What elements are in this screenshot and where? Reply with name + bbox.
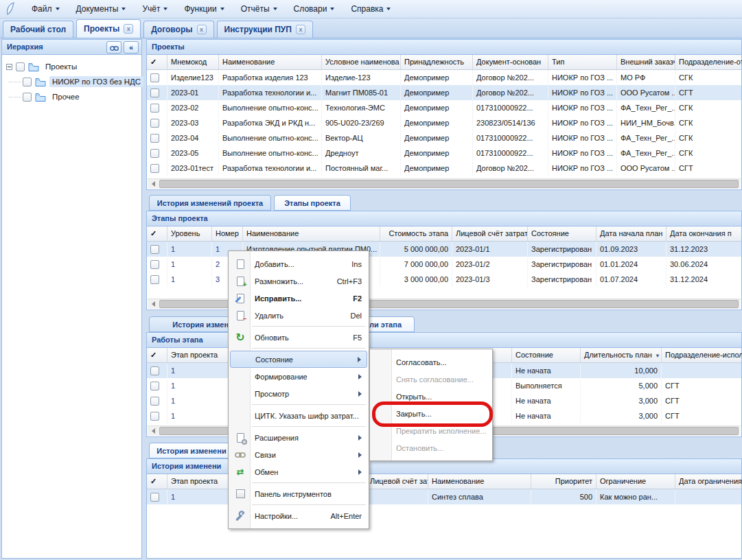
column-header[interactable]: Приоритет (531, 474, 596, 489)
scroll-left-icon[interactable] (148, 426, 159, 436)
tab-История изменени[interactable]: История изменени (149, 443, 234, 458)
row-checkbox[interactable] (150, 134, 159, 143)
column-header[interactable]: Номер (212, 226, 243, 241)
table-row[interactable]: 2023-04Выполнение опытно-конс...Вектор-А… (147, 130, 741, 145)
menu-item[interactable]: Настройки...Alt+Enter (230, 507, 367, 524)
menu-item[interactable]: Панель инструментов (230, 485, 367, 502)
row-checkbox[interactable] (150, 73, 159, 82)
tree-node[interactable]: НИОКР по ГОЗ без НДС (3, 74, 140, 89)
menubar-item[interactable]: Учёт (134, 2, 176, 16)
row-checkbox[interactable] (150, 260, 159, 269)
tab-Этапы проекта[interactable]: Этапы проекта (274, 195, 351, 211)
tab-Рабочий стол[interactable]: Рабочий стол (3, 21, 73, 38)
column-header[interactable]: Подразделение-от (675, 55, 742, 69)
search-icon[interactable] (106, 41, 121, 54)
close-icon[interactable]: x (197, 25, 207, 34)
tree-checkbox[interactable] (23, 93, 32, 102)
menu-item[interactable]: Согласовать... (371, 353, 491, 371)
menu-item[interactable]: Исправить...F2 (230, 290, 367, 307)
column-header[interactable]: Состояние (512, 348, 581, 362)
menu-item[interactable]: ЦИТК. Указать шифр затрат... (230, 407, 367, 424)
row-checkbox[interactable] (150, 119, 159, 128)
tree-node[interactable]: Прочее (3, 89, 140, 104)
scroll-thumb[interactable] (159, 180, 739, 188)
column-header[interactable]: Принадлежность (401, 55, 473, 69)
scroll-left-icon[interactable] (148, 299, 159, 309)
table-row[interactable]: 2023-02Выполнение опытно-конс...Технолог… (147, 100, 741, 115)
column-header[interactable]: Уровень (167, 226, 212, 241)
column-header[interactable]: Дата окончания п (666, 226, 742, 241)
row-checkbox[interactable] (150, 275, 159, 284)
row-checkbox[interactable] (150, 382, 159, 390)
tab-Инструкции ПУП[interactable]: Инструкции ПУПx (217, 21, 313, 38)
column-header[interactable]: Документ-основан (473, 55, 548, 69)
table-row[interactable]: Изделие123Разработка изделия 123Изделие-… (147, 70, 741, 85)
column-header[interactable]: Наименование (219, 55, 322, 69)
column-header[interactable]: Внешний заказчик (617, 55, 675, 69)
column-header[interactable]: Длительность план▼ (581, 348, 662, 362)
column-header[interactable]: Дата начала план (596, 226, 666, 241)
table-row[interactable]: 2023-03Разработка ЭКД и РКД н...905-U020… (147, 115, 741, 130)
menu-item[interactable]: −УдалитьDel (230, 307, 367, 324)
menu-item[interactable]: Добавить...Ins (230, 255, 367, 272)
menu-item[interactable]: Связи (230, 446, 367, 463)
menu-item[interactable]: ↻ОбновитьF5 (230, 329, 367, 346)
menu-item[interactable]: +Размножить...Ctrl+F3 (230, 272, 367, 290)
tab-Договоры[interactable]: Договорыx (143, 21, 213, 38)
row-checkbox[interactable] (150, 164, 159, 173)
select-all-header[interactable]: ✓ (147, 474, 167, 489)
scroll-left-icon[interactable] (148, 179, 159, 189)
tree-checkbox[interactable] (23, 78, 32, 86)
row-checkbox[interactable] (150, 104, 159, 113)
menu-item[interactable]: ⇄Обмен (230, 463, 367, 480)
menubar-item[interactable]: Справка (343, 2, 399, 16)
close-icon[interactable]: x (296, 25, 305, 34)
menu-item[interactable]: Открыть... (371, 388, 491, 405)
column-header[interactable]: Подразделение-исполни (662, 348, 742, 362)
table-row[interactable]: 2023-01тестРазработка технологии и...Пос… (147, 161, 741, 176)
column-header[interactable]: Дата ограничения (675, 474, 742, 489)
checkbox-icon (230, 489, 251, 498)
menubar-item[interactable]: Словари (286, 2, 343, 16)
row-checkbox[interactable] (150, 397, 159, 406)
row-checkbox[interactable] (150, 366, 159, 375)
h-scrollbar[interactable] (148, 178, 741, 189)
menubar-item[interactable]: Отчёты (233, 2, 286, 16)
menu-item[interactable]: Состояние (230, 351, 367, 368)
select-all-header[interactable]: ✓ (147, 55, 167, 69)
menubar-item[interactable]: Документы (68, 2, 135, 16)
tree-checkbox[interactable] (16, 62, 25, 71)
column-header[interactable]: Лицевой счёт затр (367, 474, 428, 489)
column-header[interactable]: Наименование (243, 226, 380, 241)
collapse-panel-icon[interactable]: « (124, 41, 139, 54)
tree-node[interactable]: Проекты (3, 59, 140, 74)
tab-Проекты[interactable]: Проектыx (76, 19, 141, 38)
column-header[interactable]: Состояние (528, 226, 596, 241)
tree-expander-icon[interactable] (6, 64, 12, 70)
column-header[interactable]: Лицевой счёт затрат. (452, 226, 528, 241)
menu-item[interactable]: Просмотр (230, 385, 367, 402)
menubar-item[interactable]: Функции (176, 2, 232, 16)
column-header[interactable]: Тип (548, 55, 617, 69)
menu-item[interactable]: Закрыть... (371, 405, 491, 422)
column-header[interactable]: Наименование (428, 474, 531, 489)
row-checkbox[interactable] (150, 412, 159, 421)
row-checkbox[interactable] (150, 149, 159, 158)
select-all-header[interactable]: ✓ (147, 226, 167, 241)
column-header[interactable]: Мнемокод (167, 55, 219, 69)
select-all-header[interactable]: ✓ (147, 348, 167, 362)
close-icon[interactable]: x (124, 24, 133, 34)
row-checkbox[interactable] (150, 493, 159, 502)
row-checkbox[interactable] (150, 89, 159, 97)
table-row[interactable]: 2023-05Выполнение опытно-конс...Дредноут… (147, 145, 741, 161)
column-header[interactable]: Стоимость этапа (380, 226, 452, 241)
table-row[interactable]: 2023-01Разработка технологии и...Магнит … (147, 85, 741, 100)
tab-История изменений проекта[interactable]: История изменений проекта (149, 195, 271, 211)
menubar-item[interactable]: Файл (23, 2, 68, 16)
menu-item[interactable]: Расширения (230, 429, 367, 446)
row-checkbox[interactable] (150, 245, 159, 254)
menu-item[interactable]: Формирование (230, 368, 367, 385)
column-header[interactable]: Условное наименова (322, 55, 401, 69)
chevron-down-icon (273, 8, 277, 10)
column-header[interactable]: Ограничение (596, 474, 675, 489)
